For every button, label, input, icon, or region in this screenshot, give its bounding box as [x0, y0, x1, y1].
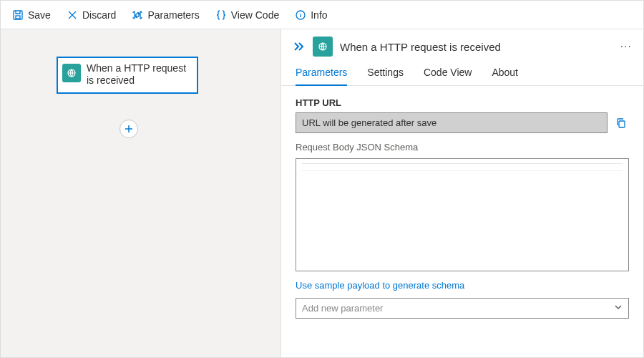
- collapse-panel-button[interactable]: [293, 42, 306, 52]
- schema-label: Request Body JSON Schema: [296, 142, 629, 153]
- discard-icon: [67, 9, 78, 21]
- svg-rect-6: [619, 121, 625, 127]
- tab-code-view[interactable]: Code View: [424, 67, 472, 85]
- add-parameter-dropdown[interactable]: Add new parameter: [296, 298, 629, 319]
- svg-rect-1: [16, 16, 20, 19]
- chevron-down-icon: [614, 303, 623, 314]
- panel-header: When a HTTP request is received ···: [281, 29, 643, 58]
- save-label: Save: [28, 9, 51, 21]
- http-url-field: URL will be generated after save: [296, 112, 608, 133]
- trigger-node[interactable]: When a HTTP request is received: [57, 57, 198, 94]
- http-url-label: HTTP URL: [296, 97, 629, 108]
- parameters-label: Parameters: [147, 9, 199, 21]
- tab-parameters[interactable]: Parameters: [296, 67, 347, 85]
- add-parameter-placeholder: Add new parameter: [302, 303, 383, 314]
- parameters-button[interactable]: Parameters: [126, 6, 205, 24]
- info-icon: [295, 9, 306, 21]
- schema-editor[interactable]: [296, 158, 629, 271]
- main-area: When a HTTP request is received When a H…: [1, 29, 643, 357]
- save-button[interactable]: Save: [6, 6, 57, 24]
- http-request-icon: [313, 37, 333, 57]
- trigger-node-title: When a HTTP request is received: [87, 62, 190, 87]
- parameters-icon: [132, 9, 143, 21]
- svg-point-2: [136, 13, 139, 16]
- panel-tabs: Parameters Settings Code View About: [281, 58, 643, 86]
- panel-body: HTTP URL URL will be generated after sav…: [281, 86, 643, 357]
- sample-payload-link[interactable]: Use sample payload to generate schema: [296, 280, 464, 291]
- view-code-button[interactable]: View Code: [210, 6, 285, 24]
- svg-rect-0: [14, 11, 22, 19]
- discard-label: Discard: [82, 9, 116, 21]
- copy-url-button[interactable]: [613, 112, 629, 133]
- braces-icon: [215, 9, 227, 21]
- add-step-button[interactable]: [119, 120, 138, 138]
- tab-about[interactable]: About: [492, 67, 518, 85]
- info-button[interactable]: Info: [289, 6, 333, 24]
- tab-settings[interactable]: Settings: [367, 67, 404, 85]
- panel-title: When a HTTP request is received: [340, 41, 501, 53]
- save-icon: [12, 9, 24, 21]
- panel-more-button[interactable]: ···: [620, 40, 632, 53]
- details-panel: When a HTTP request is received ··· Para…: [281, 29, 643, 357]
- top-toolbar: Save Discard Parameters View Code Info: [1, 1, 643, 29]
- http-request-icon: [62, 64, 81, 82]
- view-code-label: View Code: [231, 9, 279, 21]
- discard-button[interactable]: Discard: [61, 6, 122, 24]
- info-label: Info: [311, 9, 327, 21]
- designer-canvas[interactable]: When a HTTP request is received: [1, 29, 281, 357]
